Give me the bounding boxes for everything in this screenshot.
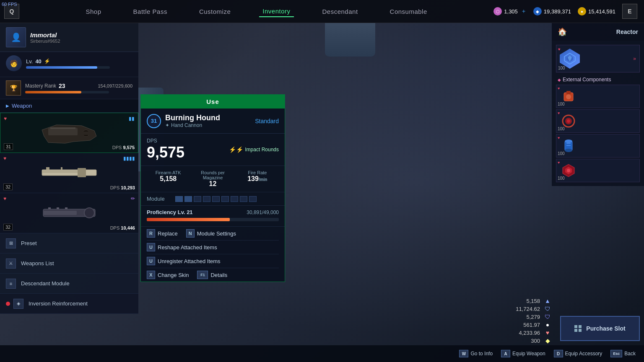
stat-row-4: 561.97 ● [506,321,552,328]
purchase-slot-button[interactable]: Purchase Slot [560,316,640,341]
lightning-icon: ⚡ [44,58,50,64]
weapon-2-slots: ▮▮▮▮ [123,155,135,161]
svg-rect-13 [57,207,59,209]
ammo-type: ⚡⚡ Impact Rounds [229,146,279,153]
weapons-list-icon: ⚔ [6,259,16,269]
details-button[interactable]: F1 Details [197,271,227,279]
weapon-card-1[interactable]: ♥ ▮▮ 31 DPS 9,575 [0,113,138,153]
details-key: F1 [197,271,208,279]
ext-component-2[interactable]: ♥ 100 [556,109,640,133]
replace-button[interactable]: R Replace [147,229,178,238]
nav-shop[interactable]: Shop [83,6,105,17]
svg-rect-6 [78,168,86,177]
weapon-tier: Standard [255,118,279,124]
context-menu-header: Use [141,95,285,109]
module-slot-7 [231,196,238,202]
weapons-list-button[interactable]: ⚔ Weapons List [0,253,138,274]
top-navigation: Q Shop Battle Pass Customize Inventory D… [0,0,644,23]
nav-customize[interactable]: Customize [196,6,234,17]
inversion-reinforcement-button[interactable]: ◈ Inversion Reinforcement [0,294,138,314]
ext-component-1[interactable]: ♥ 100 [556,85,640,108]
reactor-heart-icon: ♥ [558,47,561,52]
action-row-3: U Unregister Attached Items [141,254,285,268]
change-skin-button[interactable]: X Change Skin [147,271,189,279]
action-row-1: R Replace N Module Settings [141,227,285,240]
svg-rect-8 [61,167,62,170]
e-button[interactable]: E [622,4,637,19]
purchase-grid-icon [574,325,582,332]
stat-bullet-icon: ● [543,321,552,328]
fps-counter: 60 FPS [2,2,17,7]
svg-point-30 [567,169,570,172]
nav-consumable[interactable]: Consumable [387,6,431,17]
svg-rect-27 [566,145,571,146]
module-slot-3 [194,196,201,202]
reactor-level: 100 [558,66,565,70]
unregister-label: Unregister Attached Items [158,258,221,264]
ext-component-3[interactable]: ♥ 100 [556,134,640,158]
weapon-card-2[interactable]: ♥ ▮▮▮▮ 32 DPS 10,293 [0,153,138,193]
stat-row-2: 11,724.62 🛡 [506,305,552,312]
reactor-section: ♥ 100 » ◆ External Components ♥ [552,41,644,186]
nav-inventory[interactable]: Inventory [259,6,293,17]
weapon-stats: Firearm ATK 5,158 Rounds per Magazine 12… [141,166,285,192]
stat-row-1: 5,158 ▲ [506,297,552,304]
preset-button[interactable]: ⊞ Preset [0,233,138,253]
profile-avatar: 👤 [6,27,26,47]
mastery-icon: 🏆 [6,80,21,96]
weapon-2-heart: ♥ [3,155,6,161]
weapons-list-label: Weapons List [21,260,54,266]
go-to-info-action: W Go to Info [459,350,493,357]
dps-value: 9,575 [147,144,184,161]
character-avatar: 🧑 [6,55,22,71]
weapon-3-level: 32 [3,224,13,230]
impact-icon: ⚡⚡ [229,146,243,153]
weapon-3-dps: DPS 10,446 [110,225,135,230]
reactor-item[interactable]: ♥ 100 » [556,45,640,72]
ext-components-title: ◆ External Components [554,74,641,83]
weapon-level-circle: 31 [147,114,161,128]
weapon-section-label: Weapon [12,103,32,109]
premium-plus[interactable]: ＋ [521,8,527,15]
weapon-2-dps: DPS 10,293 [110,185,135,190]
weapon-1-dps: DPS 9,575 [112,145,135,150]
svg-rect-5 [42,170,80,173]
gold-currency-icon: ● [578,7,586,16]
module-slot-6 [221,196,229,202]
descendant-module-button[interactable]: ≡ Descendant Module [0,274,138,294]
module-slot-1 [175,196,183,202]
replace-label: Replace [158,230,178,237]
proficiency-bar-fill [147,218,230,221]
svg-point-22 [567,119,570,123]
unregister-key: U [147,257,155,265]
reshape-button[interactable]: U Reshape Attached Items [147,243,217,251]
action-row-4: X Change Skin F1 Details [141,268,285,282]
reshape-key: U [147,243,155,251]
currency-gold: ● 15,414,591 [578,7,615,16]
svg-point-24 [565,140,572,143]
svg-rect-10 [43,211,77,215]
mastery-xp: 154,097/229,600 [98,83,132,88]
rpm-label: Rounds per Magazine [191,170,234,180]
currency-blue: ◆ 19,389,371 [533,7,571,16]
stat-diamond-value: 300 [506,338,540,344]
stat-shield-2-icon: 🛡 [543,313,552,320]
weapon-3-heart: ♥ [3,196,6,202]
nav-descendant[interactable]: Descendant [319,6,361,17]
mastery-rank: 23 [59,83,65,89]
go-to-info-label: Go to Info [470,351,493,357]
stat-heart-icon: ♥ [543,329,552,336]
weapon-2-image [5,161,133,184]
stat-heart-value: 4,233.96 [506,330,540,336]
inversion-dot [6,302,10,306]
svg-rect-3 [80,132,92,135]
unregister-button[interactable]: U Unregister Attached Items [147,257,221,265]
svg-rect-26 [566,143,571,144]
weapon-card-3[interactable]: ♥ ✏ 32 DPS 10,446 [0,193,138,233]
ext-component-4[interactable]: ♥ 100 [556,159,640,182]
fire-rate-label: Fire Rate [236,170,279,175]
nav-battlepass[interactable]: Battle Pass [130,6,171,17]
module-settings-button[interactable]: N Module Settings [186,229,236,238]
ext-1-level: 100 [558,102,565,106]
dps-label: DPS [147,138,184,144]
